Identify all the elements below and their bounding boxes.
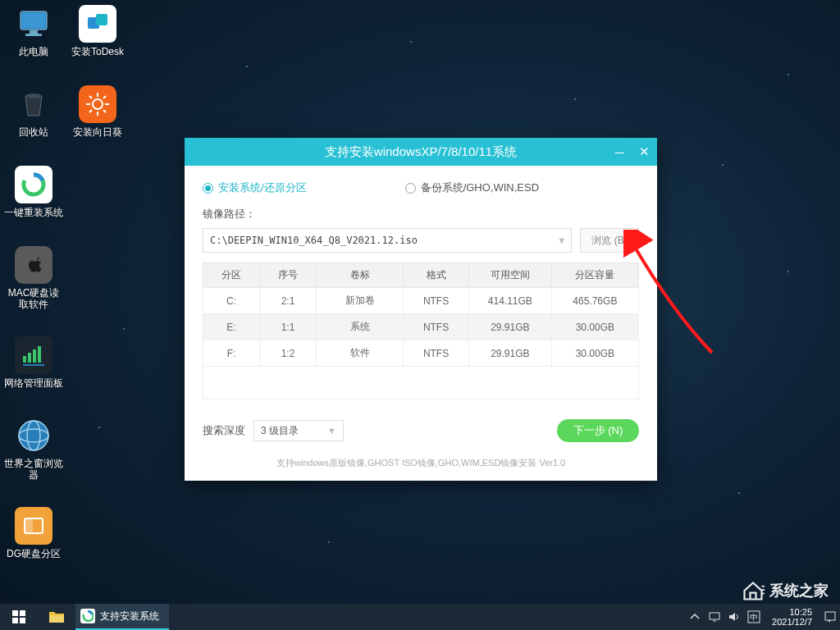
col-label: 卷标 <box>317 263 404 288</box>
radio-dot-icon <box>405 183 416 194</box>
svg-rect-15 <box>25 518 33 533</box>
tray-network-icon[interactable] <box>708 610 721 623</box>
svg-line-23 <box>89 96 92 98</box>
close-button[interactable]: ✕ <box>636 144 652 160</box>
table-row-empty <box>203 367 639 399</box>
desktop-icon-dg-partition[interactable]: DG硬盘分区 <box>3 507 64 559</box>
table-row[interactable]: F:1:2软件NTFS29.91GB30.00GB <box>203 340 639 367</box>
svg-rect-1 <box>22 13 45 28</box>
svg-rect-30 <box>12 610 18 616</box>
footer-text: 支持windows原版镜像,GHOST ISO镜像,GHO,WIM,ESD镜像安… <box>203 457 639 469</box>
dropdown-icon: ▼ <box>327 426 336 436</box>
taskbar-explorer[interactable] <box>38 604 75 630</box>
radio-dot-icon <box>203 183 213 194</box>
svg-rect-3 <box>25 34 42 36</box>
window-title: 支持安装windowsXP/7/8/10/11系统 <box>325 144 517 160</box>
svg-rect-34 <box>49 615 64 623</box>
svg-rect-31 <box>20 610 25 616</box>
system-tray: 中 10:25 2021/12/7 <box>688 604 840 630</box>
globe-icon <box>15 417 52 454</box>
titlebar[interactable]: 支持安装windowsXP/7/8/10/11系统 ─ ✕ <box>185 138 657 166</box>
image-path-label: 镜像路径： <box>203 207 639 221</box>
todesk-icon <box>79 5 116 43</box>
svg-rect-35 <box>710 613 719 619</box>
search-depth-label: 搜索深度 <box>203 423 245 438</box>
tray-clock[interactable]: 10:25 2021/12/7 <box>767 607 817 627</box>
dropdown-icon[interactable]: ▼ <box>559 235 564 246</box>
table-row[interactable]: E:1:1系统NTFS29.91GB30.00GB <box>203 314 639 340</box>
sunflower-icon <box>79 85 116 123</box>
radio-backup[interactable]: 备份系统/GHO,WIN,ESD <box>405 180 539 195</box>
svg-rect-5 <box>23 356 26 363</box>
tray-notification-icon[interactable] <box>824 610 837 623</box>
svg-point-18 <box>93 99 103 109</box>
col-total: 分区容量 <box>551 263 638 288</box>
search-depth-select[interactable]: 3 级目录 ▼ <box>253 420 344 441</box>
desktop-icon-this-pc[interactable]: 此电脑 <box>3 5 64 57</box>
svg-point-4 <box>25 94 42 98</box>
apple-icon <box>15 246 52 284</box>
start-button[interactable] <box>0 604 38 630</box>
svg-rect-7 <box>33 349 36 363</box>
svg-rect-6 <box>28 353 31 363</box>
network-icon <box>15 336 52 374</box>
trash-icon <box>15 85 52 123</box>
installer-window: 支持安装windowsXP/7/8/10/11系统 ─ ✕ 安装系统/还原分区 … <box>185 138 657 481</box>
partition-table: 分区 序号 卷标 格式 可用空间 分区容量 C:2:1新加卷NTFS414.11… <box>203 262 639 399</box>
windows-icon <box>12 610 25 623</box>
monitor-icon <box>15 5 52 43</box>
browse-button[interactable]: 浏览 (B) <box>580 228 639 253</box>
next-button[interactable]: 下一步 (N) <box>557 419 639 442</box>
image-path-input[interactable]: C:\DEEPIN_WIN10_X64_Q8_V2021.12.iso ▼ <box>203 228 572 253</box>
svg-rect-2 <box>30 30 38 34</box>
desktop-icon-reinstall[interactable]: 一键重装系统 <box>3 166 64 218</box>
watermark: 系统之家 <box>742 579 829 602</box>
taskbar-task-installer[interactable]: 支持安装系统 <box>75 604 169 630</box>
desktop-icon-todesk[interactable]: 安装ToDesk <box>67 5 128 57</box>
desktop-icon-mac-disk[interactable]: MAC硬盘读取软件 <box>3 246 64 310</box>
svg-rect-33 <box>20 618 25 623</box>
reinstall-icon <box>15 166 52 203</box>
house-icon <box>742 579 765 602</box>
svg-line-24 <box>103 110 106 112</box>
col-index: 序号 <box>260 263 317 288</box>
col-free: 可用空间 <box>468 263 551 288</box>
desktop-icon-recycle-bin[interactable]: 回收站 <box>3 85 64 138</box>
tray-ime-icon[interactable]: 中 <box>747 610 760 623</box>
minimize-button[interactable]: ─ <box>611 144 628 160</box>
svg-text:中: 中 <box>750 613 758 622</box>
col-partition: 分区 <box>203 263 260 288</box>
radio-install-restore[interactable]: 安装系统/还原分区 <box>203 180 307 195</box>
svg-rect-39 <box>825 612 835 620</box>
tray-chevron-icon[interactable] <box>688 610 701 623</box>
table-header-row: 分区 序号 卷标 格式 可用空间 分区容量 <box>203 263 639 288</box>
desktop-icon-sunflower[interactable]: 安装向日葵 <box>67 85 128 138</box>
col-format: 格式 <box>404 263 469 288</box>
svg-rect-32 <box>12 618 18 623</box>
folder-icon <box>48 609 65 624</box>
table-row[interactable]: C:2:1新加卷NTFS414.11GB465.76GB <box>203 288 639 314</box>
svg-rect-9 <box>23 364 44 366</box>
desktop-icon-network-panel[interactable]: 网络管理面板 <box>3 336 64 389</box>
taskbar: 支持安装系统 中 10:25 2021/12/7 <box>0 604 840 630</box>
svg-line-25 <box>89 110 92 112</box>
svg-rect-17 <box>96 14 107 25</box>
partition-icon <box>15 507 52 545</box>
svg-line-26 <box>103 96 106 98</box>
tray-volume-icon[interactable] <box>728 610 741 623</box>
installer-task-icon <box>80 609 95 623</box>
desktop-icon-browser[interactable]: 世界之窗浏览器 <box>3 417 64 481</box>
svg-rect-8 <box>38 346 41 363</box>
